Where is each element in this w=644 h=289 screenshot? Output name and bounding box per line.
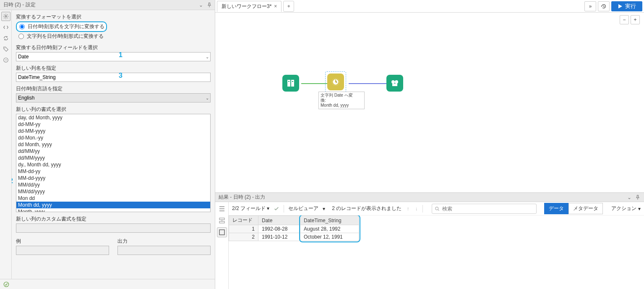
- table-row[interactable]: 11992-08-28August 28, 1992: [229, 225, 359, 233]
- format-option[interactable]: dd-MM-yyyy: [16, 128, 210, 134]
- format-option[interactable]: MM/dd/yyyy: [16, 188, 210, 195]
- example-output: [16, 246, 109, 255]
- custom-format-label: 新しい列のカスタム書式を指定: [16, 215, 211, 223]
- svg-point-0: [5, 16, 7, 17]
- format-option[interactable]: dd/MM/yyyy: [16, 155, 210, 161]
- node-input[interactable]: [282, 75, 299, 92]
- radio-string-to-dt-input[interactable]: [18, 34, 24, 39]
- format-option[interactable]: Mon dd: [16, 195, 210, 202]
- overflow-button[interactable]: »: [584, 1, 596, 11]
- results-toolbar: 2/2 フィールド ▾ セルビューア ▾ 2 のレコードが表示されました ↑ ↓…: [229, 202, 644, 215]
- svg-text:?: ?: [5, 58, 7, 62]
- actions-menu[interactable]: アクション ▾: [611, 205, 641, 212]
- svg-rect-11: [219, 230, 224, 235]
- zoom-out-button[interactable]: −: [620, 15, 629, 24]
- table-row[interactable]: 21991-10-12October 12, 1991: [229, 233, 359, 241]
- results-view-strip: [215, 202, 229, 289]
- format-option[interactable]: day, dd Month, yyyy: [16, 114, 210, 121]
- right-area: 新しいワークフロー3* × + » 実行 − +: [215, 0, 644, 289]
- close-icon[interactable]: ×: [274, 3, 277, 9]
- radio-dt-to-string-input[interactable]: [19, 24, 25, 29]
- lang-select[interactable]: English: [16, 93, 211, 102]
- annotation-1: 1: [119, 51, 123, 59]
- separator: [422, 205, 423, 213]
- cell-rownum: 1: [229, 225, 258, 233]
- format-option[interactable]: Month, yyyy: [16, 208, 210, 212]
- gear-icon[interactable]: [1, 12, 10, 21]
- cell-rownum: 2: [229, 233, 258, 241]
- custom-format-input: [16, 223, 211, 233]
- format-option[interactable]: MM-dd-yyyy: [16, 175, 210, 181]
- col-record[interactable]: レコード: [229, 216, 258, 225]
- tag-icon[interactable]: [1, 45, 10, 54]
- chevron-down-icon[interactable]: ⌄: [197, 1, 205, 9]
- results-grid-wrap: レコード Date DateTime_String 11992-08-28Aug…: [229, 215, 644, 289]
- search-box[interactable]: [432, 204, 537, 214]
- config-content: 変換するフォーマットを選択 日付/時刻形式を文字列に変換する 文字列を日付/時刻…: [12, 10, 215, 279]
- config-panel-title: 日時 (2) - 設定: [3, 1, 36, 8]
- history-button[interactable]: [598, 1, 610, 11]
- pin-icon[interactable]: [206, 1, 213, 9]
- cell-datetime-string: August 28, 1992: [300, 225, 359, 233]
- format-option[interactable]: Month dd, yyyy: [16, 202, 210, 208]
- node-label-line3: Month dd, yyyy: [321, 103, 362, 108]
- workflow-canvas[interactable]: − + 文字列 Date へ変 換: Month dd, yyyy: [215, 13, 644, 192]
- output-label: 出力: [117, 238, 211, 245]
- svg-point-8: [395, 80, 398, 84]
- radio-string-to-dt-label: 文字列を日付/時刻形式に変換する: [27, 33, 104, 40]
- col-date[interactable]: Date: [258, 216, 300, 225]
- fields-count[interactable]: 2/2 フィールド ▾: [232, 205, 269, 212]
- search-input[interactable]: [442, 206, 534, 212]
- cell-date: 1992-08-28: [258, 225, 300, 233]
- col-datetime-string[interactable]: DateTime_String: [300, 216, 359, 225]
- config-panel-header: 日時 (2) - 設定 ⌄: [0, 0, 215, 10]
- results-grid[interactable]: レコード Date DateTime_String 11992-08-28Aug…: [229, 215, 359, 241]
- format-option[interactable]: MM/dd/yy: [16, 181, 210, 188]
- arrow-up-icon[interactable]: ↑: [406, 206, 410, 212]
- format-listbox[interactable]: day, dd Month, yyyydd-MM-yydd-MM-yyyydd-…: [16, 114, 211, 212]
- node-label-line1: 文字列 Date へ変: [321, 93, 362, 98]
- format-option[interactable]: dd-Mon.-yy: [16, 134, 210, 141]
- newcol-label: 新しい列名を指定: [16, 65, 211, 72]
- code-icon[interactable]: [1, 23, 10, 32]
- format-option[interactable]: MM-dd-yy: [16, 168, 210, 175]
- radio-dt-to-string[interactable]: 日付/時刻形式を文字列に変換する: [16, 21, 107, 32]
- field-select[interactable]: Date: [16, 52, 211, 61]
- lang-label: 日付/時刻言語を指定: [16, 85, 211, 92]
- browse-tool-icon: [386, 75, 403, 92]
- help-icon[interactable]: ?: [1, 55, 10, 65]
- format-option[interactable]: dd Month, yyyy: [16, 141, 210, 148]
- add-tab-button[interactable]: +: [283, 1, 294, 12]
- format-option[interactable]: dy., Month dd, yyyy: [16, 161, 210, 168]
- run-button[interactable]: 実行: [611, 1, 642, 11]
- chevron-down-icon[interactable]: ⌄: [626, 194, 633, 201]
- cell-viewer-button[interactable]: セルビューア: [288, 205, 318, 212]
- check-circle-icon: [3, 281, 9, 287]
- refresh-icon[interactable]: [1, 34, 10, 43]
- node-datetime-label: 文字列 Date へ変 換: Month dd, yyyy: [318, 92, 365, 109]
- radio-string-to-dt[interactable]: 文字列を日付/時刻形式に変換する: [16, 32, 211, 41]
- cell-date: 1991-10-12: [258, 233, 300, 241]
- workflow-tab[interactable]: 新しいワークフロー3* ×: [217, 1, 282, 12]
- newcol-input[interactable]: [16, 73, 211, 82]
- view-list-icon[interactable]: [217, 204, 227, 214]
- svg-point-1: [4, 48, 5, 49]
- config-tab-strip: ?: [0, 10, 12, 279]
- tab-data[interactable]: データ: [544, 203, 568, 214]
- zoom-in-button[interactable]: +: [631, 15, 640, 24]
- pin-icon[interactable]: [634, 194, 641, 201]
- radio-dt-to-string-label: 日付/時刻形式を文字列に変換する: [28, 23, 104, 30]
- format-option[interactable]: dd/MM/yy: [16, 148, 210, 155]
- check-icon: [274, 206, 279, 212]
- arrow-down-icon[interactable]: ↓: [414, 206, 418, 212]
- annotation-2: 2: [12, 177, 13, 185]
- cell-datetime-string: October 12, 1991: [300, 233, 359, 241]
- tab-metadata[interactable]: メタデータ: [568, 203, 603, 214]
- svg-rect-10: [219, 221, 224, 223]
- node-browse[interactable]: [386, 75, 403, 92]
- format-option[interactable]: dd-MM-yy: [16, 121, 210, 128]
- workflow-tab-bar: 新しいワークフロー3* × + » 実行: [215, 0, 644, 13]
- node-datetime[interactable]: 文字列 Date へ変 換: Month dd, yyyy: [325, 71, 346, 92]
- view-table-icon[interactable]: [217, 227, 227, 237]
- view-schema-icon[interactable]: [217, 215, 227, 226]
